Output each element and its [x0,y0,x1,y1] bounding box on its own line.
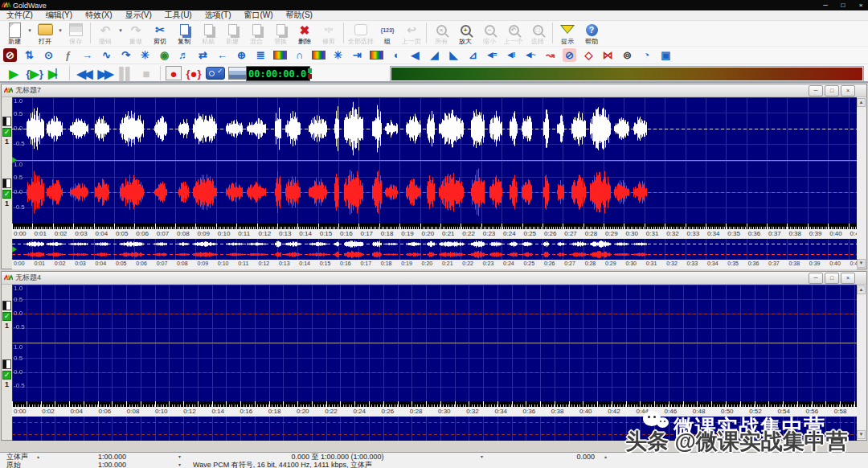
w1-timeline[interactable]: 0:000:010:020:030:040:050:060:070:080:09… [12,229,857,239]
scroll-down-icon[interactable] [857,259,866,268]
help-button[interactable]: 帮助 [579,22,604,45]
w1-tick-strip[interactable] [12,224,857,229]
timer-icon[interactable]: ◔ [640,48,653,62]
w2-right-channel[interactable] [12,343,857,401]
fade-out-icon[interactable]: ◣ [447,48,461,62]
copy-button[interactable]: 复制 [172,22,196,45]
menu-item-4[interactable]: 工具(U) [158,10,199,20]
menu-item-6[interactable]: 窗口(W) [237,10,279,20]
app-title-bar[interactable]: GoldWave ─□× [0,0,868,10]
w1-close-button[interactable]: × [841,85,855,96]
w2-left-channel[interactable] [12,285,857,343]
parametric-eq-icon[interactable]: ♬ [177,48,190,62]
spark-icon[interactable]: ✳ [331,48,345,62]
w1-left-channel[interactable] [12,97,857,160]
offset-icon[interactable]: → [80,48,94,62]
w2-title-bar[interactable]: 无标题4 ─□× [2,272,866,285]
mute-icon[interactable]: ⊘ [563,48,576,62]
w2-overview[interactable] [12,417,857,441]
doppler-icon[interactable]: ⇅ [23,48,36,62]
w1-channel2-checkbox[interactable] [2,190,11,199]
pan-icon[interactable]: ◇ [582,48,596,62]
mono-mix-icon[interactable]: ◖ [389,48,403,62]
waveform-left-canvas[interactable] [12,97,857,160]
w2-channel2-checkbox[interactable] [2,371,11,380]
stop-button[interactable]: ■ [137,65,155,81]
reverse-icon[interactable]: ⇄ [196,48,210,62]
cut-button[interactable]: ✂剪切 [148,22,172,45]
spectrum-bar-icon[interactable] [273,48,287,62]
play-to-end-button[interactable]: ▶▏ [47,65,64,81]
record-properties-button[interactable] [206,67,225,80]
scroll-up-icon[interactable] [857,98,866,107]
w1-minimize-button[interactable]: ─ [809,85,823,96]
visual-properties-button[interactable] [228,67,248,80]
collide-arrows-icon[interactable]: ⇥ [350,48,364,62]
play-button[interactable]: ▶ [5,65,23,81]
open-button[interactable]: 打开 [33,22,57,45]
spectrum-grid-icon[interactable] [312,48,326,62]
open-dropdown[interactable]: ▾ [57,22,63,39]
equalizer-icon[interactable]: ≣ [254,48,268,62]
loudness-icon[interactable]: ◀! [505,48,518,62]
spinner-up-icon[interactable]: ▴ [604,453,607,461]
shape-volume-icon[interactable]: ◀~ [524,48,538,62]
w1-wave-area[interactable]: 1.00.50.0-0.51.00.50.0-0.5 [12,97,857,224]
fade-in-icon[interactable]: ◢ [428,48,441,62]
control-properties-icon[interactable]: ⊘ [3,48,17,62]
w2-tick-strip[interactable] [12,401,857,407]
w2-minimize-button[interactable]: ─ [809,273,823,284]
w1-maximize-button[interactable]: □ [825,85,839,96]
menu-item-2[interactable]: 特效(X) [79,10,118,20]
echo-icon[interactable]: ← [215,48,229,62]
fast-forward-button[interactable]: ▶▶ [96,65,113,81]
w1-right-channel[interactable] [12,161,857,224]
app-maximize-button[interactable]: □ [837,0,849,10]
channel-view-icon[interactable] [2,301,11,310]
app-close-button[interactable]: × [855,0,866,10]
invert-icon[interactable]: ↷ [119,48,133,62]
match-volume-icon[interactable]: ◀= [485,48,499,62]
view-all-icon[interactable]: ⊚ [620,48,634,62]
w1-channel1-checkbox[interactable] [2,128,11,137]
w1-overview[interactable] [12,239,857,260]
w2-channel1-checkbox[interactable] [2,312,11,321]
flanger-icon[interactable]: ∿ [100,48,113,62]
scroll-down-icon[interactable] [857,430,866,439]
reduce-vocals-icon[interactable]: ⋈ [601,48,615,62]
w1-scrollbar[interactable] [856,97,866,269]
dropdown-icon[interactable]: ▾ [481,453,483,461]
menu-item-5[interactable]: 选项(T) [199,10,238,20]
playback-marker-icon[interactable] [12,157,17,163]
w2-scrollbar[interactable] [856,285,866,440]
w1-ov-timeline[interactable]: 0:000:010:020:030:040:050:060:070:080:09… [12,260,857,269]
rainbow-slider-icon[interactable] [370,48,383,62]
w2-maximize-button[interactable]: □ [825,273,839,284]
scroll-up-icon[interactable] [857,285,866,294]
channel-view-icon[interactable] [2,117,11,126]
rewind-button[interactable]: ◀◀ [75,65,92,81]
menu-item-0[interactable]: 文件(Z) [0,10,39,20]
menu-item-3[interactable]: 显示(V) [118,10,158,20]
expression-evaluator-icon[interactable]: ƒ [61,48,75,62]
overview-marker-icon[interactable] [12,246,17,252]
channel-view-icon[interactable] [2,359,11,369]
overview-waveform-canvas[interactable] [12,239,857,260]
dropdown-icon[interactable]: ▾ [178,461,181,468]
maximize-volume-icon[interactable]: ⊿ [466,48,480,62]
w1-title-bar[interactable]: 无标题7 ─□× [2,84,866,97]
w2-wave-area[interactable]: 1.00.50.0-0.51.00.50.0-0.5 [12,285,857,401]
w2-timeline[interactable]: 0:000:020:040:060:080:100:120:140:160:18… [12,407,857,417]
hint-button[interactable]: 提示 [555,22,579,45]
dropdown-icon[interactable]: ▾ [178,453,181,461]
menu-item-1[interactable]: 编辑(Y) [39,10,79,20]
mechanize-icon[interactable]: ✳ [138,48,152,62]
noise-reduction-icon[interactable]: ◉ [158,48,171,62]
pause-button[interactable]: ▌▌ [117,65,134,81]
waveform-right-canvas[interactable] [12,161,857,224]
new-dropdown[interactable]: ▾ [27,22,33,39]
stereo-cable-icon[interactable]: ↝ [543,48,557,62]
zoom-in-button[interactable]: +放大 [453,22,477,45]
loop-record-button[interactable]: {●} [185,65,203,81]
set-button[interactable]: {123}组 [375,22,399,45]
